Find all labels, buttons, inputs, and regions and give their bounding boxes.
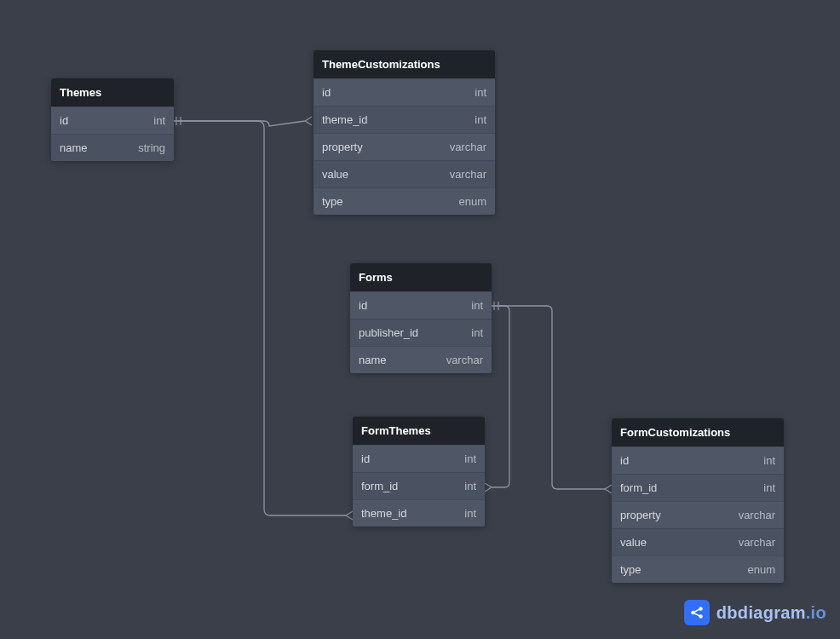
diagram-canvas[interactable]: Themes id int name string ThemeCustomiza… — [0, 0, 840, 639]
table-row[interactable]: id int — [51, 106, 174, 134]
column-name: value — [322, 168, 348, 181]
column-type: int — [471, 326, 483, 339]
table-rows: id int publisher_id int name varchar — [350, 291, 492, 373]
column-name: name — [359, 354, 387, 366]
table-header: FormCustomizations — [612, 418, 784, 446]
column-type: int — [464, 452, 476, 465]
table-form-themes[interactable]: FormThemes id int form_id int theme_id i… — [353, 417, 485, 527]
share-icon — [684, 600, 710, 625]
column-type: varchar — [739, 536, 775, 549]
column-type: int — [464, 507, 476, 520]
table-row[interactable]: form_id int — [353, 472, 485, 499]
table-row[interactable]: type enum — [314, 187, 495, 215]
table-rows: id int form_id int theme_id int — [353, 445, 485, 527]
column-name: type — [620, 563, 642, 576]
table-row[interactable]: name varchar — [350, 346, 492, 373]
column-type: int — [475, 113, 486, 126]
table-rows: id int name string — [51, 106, 174, 161]
column-name: id — [620, 454, 629, 467]
table-row[interactable]: form_id int — [612, 474, 784, 501]
column-type: varchar — [739, 509, 775, 521]
table-row[interactable]: property varchar — [314, 133, 495, 160]
column-name: id — [359, 299, 367, 312]
column-name: type — [322, 195, 343, 208]
column-name: property — [620, 509, 661, 521]
table-row[interactable]: value varchar — [612, 528, 784, 556]
column-type: int — [464, 480, 476, 492]
watermark-label-b: .io — [806, 603, 826, 622]
column-name: theme_id — [322, 113, 367, 126]
table-row[interactable]: name string — [51, 134, 174, 161]
column-name: theme_id — [361, 507, 406, 520]
table-themes[interactable]: Themes id int name string — [51, 78, 174, 161]
table-header: Forms — [350, 263, 492, 291]
table-theme-customizations[interactable]: ThemeCustomizations id int theme_id int … — [314, 50, 495, 215]
column-name: id — [322, 86, 331, 99]
watermark-text: dbdiagram.io — [716, 603, 826, 623]
table-forms[interactable]: Forms id int publisher_id int name varch… — [350, 263, 492, 373]
column-name: name — [60, 141, 88, 154]
table-row[interactable]: property varchar — [612, 501, 784, 528]
column-type: int — [153, 114, 165, 127]
column-name: form_id — [620, 481, 657, 494]
table-header: Themes — [51, 78, 174, 106]
svg-rect-4 — [693, 612, 700, 616]
column-name: publisher_id — [359, 326, 418, 339]
column-name: id — [60, 114, 68, 127]
column-type: enum — [747, 563, 775, 576]
column-type: varchar — [450, 168, 486, 181]
column-type: string — [138, 141, 165, 154]
table-row[interactable]: type enum — [612, 556, 784, 583]
table-row[interactable]: id int — [350, 291, 492, 319]
column-type: int — [763, 454, 775, 467]
column-type: enum — [458, 195, 486, 208]
table-row[interactable]: theme_id int — [353, 499, 485, 527]
column-type: int — [763, 481, 775, 494]
table-rows: id int form_id int property varchar valu… — [612, 446, 784, 583]
table-form-customizations[interactable]: FormCustomizations id int form_id int pr… — [612, 418, 784, 583]
column-name: property — [322, 141, 363, 153]
table-row[interactable]: theme_id int — [314, 106, 495, 133]
column-type: int — [471, 299, 483, 312]
watermark-label-a: dbdiagram — [716, 603, 806, 622]
table-row[interactable]: id int — [353, 445, 485, 472]
table-header: FormThemes — [353, 417, 485, 445]
column-type: varchar — [446, 354, 483, 366]
column-type: int — [475, 86, 486, 99]
table-row[interactable]: id int — [612, 446, 784, 474]
column-name: form_id — [361, 480, 398, 492]
column-type: varchar — [450, 141, 486, 153]
table-row[interactable]: id int — [314, 78, 495, 106]
column-name: id — [361, 452, 370, 465]
table-row[interactable]: publisher_id int — [350, 319, 492, 346]
watermark: dbdiagram.io — [684, 600, 826, 625]
table-rows: id int theme_id int property varchar val… — [314, 78, 495, 215]
column-name: value — [620, 536, 647, 549]
table-header: ThemeCustomizations — [314, 50, 495, 78]
table-row[interactable]: value varchar — [314, 160, 495, 187]
